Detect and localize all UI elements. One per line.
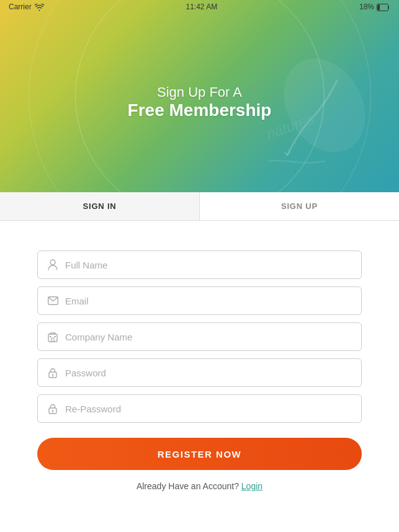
status-time: 11:42 AM <box>186 2 217 11</box>
email-input[interactable] <box>65 296 352 306</box>
tab-sign-up[interactable]: SIGN UP <box>200 192 399 220</box>
password-input[interactable] <box>65 368 352 378</box>
person-icon <box>47 259 59 271</box>
status-right: 18% <box>359 2 390 11</box>
login-prompt: Already Have an Account? Login <box>37 481 362 491</box>
re-password-input[interactable] <box>65 404 352 414</box>
svg-rect-7 <box>52 338 54 342</box>
re-password-field <box>37 394 362 423</box>
hero-title: Free Membership <box>128 100 272 120</box>
carrier-label: Carrier <box>9 2 32 11</box>
hero-subtitle: Sign Up For A <box>128 84 272 100</box>
already-account-text: Already Have an Account? <box>137 481 239 491</box>
login-link[interactable]: Login <box>241 481 262 491</box>
email-field <box>37 286 362 315</box>
full-name-input[interactable] <box>65 260 352 270</box>
svg-rect-8 <box>50 336 52 337</box>
email-icon <box>47 295 59 307</box>
svg-point-2 <box>267 56 374 167</box>
company-name-field <box>37 322 362 351</box>
password-field <box>37 358 362 387</box>
battery-percent-label: 18% <box>359 2 374 11</box>
building-icon <box>47 330 59 343</box>
tab-sign-in[interactable]: SIGN IN <box>0 192 199 220</box>
hero-section: natures Sign Up For A Free Membership <box>0 0 399 192</box>
lock-repassword-icon <box>47 402 59 415</box>
battery-icon <box>377 2 390 11</box>
register-button[interactable]: REGISTER NOW <box>37 438 362 470</box>
status-bar: Carrier 11:42 AM 18% <box>0 0 399 14</box>
lock-icon <box>47 366 59 379</box>
full-name-field <box>37 250 362 279</box>
svg-point-4 <box>50 260 55 265</box>
hero-text: Sign Up For A Free Membership <box>128 84 272 120</box>
company-name-input[interactable] <box>65 332 352 342</box>
signup-form: REGISTER NOW Already Have an Account? Lo… <box>0 221 399 510</box>
svg-rect-9 <box>55 336 56 337</box>
wifi-icon <box>35 2 44 11</box>
auth-tabs: SIGN IN SIGN UP <box>0 192 399 221</box>
svg-rect-1 <box>378 4 380 10</box>
status-left: Carrier <box>9 2 44 11</box>
